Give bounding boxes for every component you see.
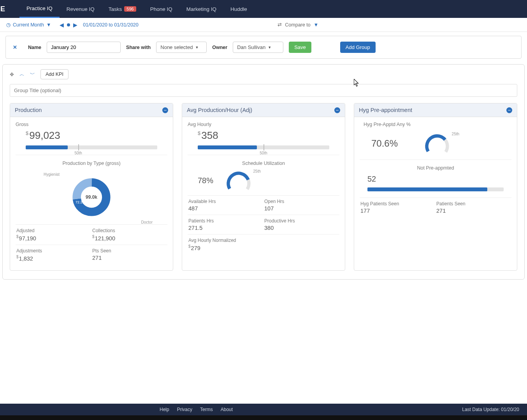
move-down-icon[interactable]: ﹀ (30, 71, 35, 78)
hyg-pct-value: 70.6% (371, 138, 398, 149)
share-dropdown[interactable]: None selected▼ (156, 42, 207, 53)
move-up-icon[interactable]: ︿ (19, 71, 25, 78)
tasks-badge: 596 (124, 6, 136, 12)
move-handle-icon[interactable]: ✥ (10, 72, 14, 77)
nav-phone-iq[interactable]: Phone IQ (143, 0, 179, 18)
hyg-gauge: 25th (423, 133, 451, 154)
group-title-input[interactable] (10, 84, 517, 97)
card-hyg-preappt: Hyg Pre-appointment− Hyg Pre-Apptd Any %… (354, 103, 517, 271)
gross-bar: 50th (26, 145, 157, 149)
nav-huddle[interactable]: Huddle (223, 0, 254, 18)
sched-util-value: 78% (198, 176, 213, 185)
add-group-button[interactable]: Add Group (340, 42, 376, 53)
scorecard-config: ✕ Name Share with None selected▼ Owner D… (6, 36, 521, 58)
nav-revenue-iq[interactable]: Revenue IQ (60, 0, 102, 18)
period-label[interactable]: Current Month (13, 22, 44, 28)
logo: E (0, 0, 5, 18)
hyg-pct-label: Hyg Pre-Apptd Any % (364, 122, 511, 127)
compare-to[interactable]: ⇄ Compare to ▼ (278, 22, 318, 28)
production-donut: 99.0k Hygienist Doctor 26.9k 72.2k (16, 170, 167, 224)
caret-down-icon: ▼ (268, 46, 271, 49)
date-bar: ◷ Current Month ▼ ◀ ▶ 01/01/2020 to 01/3… (0, 18, 527, 32)
remove-card-icon[interactable]: − (162, 107, 168, 113)
prod-by-type-label: Production by Type (gross) (16, 161, 167, 166)
card-production: Production− Gross $99,023 50th Productio… (10, 103, 173, 271)
name-label: Name (28, 45, 41, 50)
caret-down-icon: ▼ (195, 46, 199, 49)
owner-label: Owner (212, 45, 227, 50)
next-period-icon[interactable]: ▶ (73, 22, 77, 28)
sched-util-label: Schedule Utilization (188, 161, 339, 166)
card-title: Production (15, 107, 42, 113)
not-preappt-bar (367, 187, 504, 191)
avg-hourly-label: Avg Hourly (188, 122, 339, 127)
close-icon[interactable]: ✕ (13, 44, 17, 50)
owner-dropdown[interactable]: Dan Sullivan▼ (233, 42, 283, 53)
sched-util-gauge: 25th (225, 170, 252, 191)
gross-value: $99,023 (26, 130, 167, 142)
nav-marketing-iq[interactable]: Marketing IQ (179, 0, 223, 18)
compare-caret-icon: ▼ (314, 22, 318, 28)
save-button[interactable]: Save (289, 42, 311, 53)
not-preappt-value: 52 (367, 175, 511, 184)
nav-practice-iq[interactable]: Practice IQ (19, 0, 60, 18)
card-title: Hyg Pre-appointment (359, 107, 412, 113)
clock-icon: ◷ (6, 22, 11, 28)
name-input[interactable] (47, 42, 121, 53)
today-dot-icon[interactable] (67, 23, 70, 26)
card-title: Avg Production/Hour (Adj) (187, 107, 252, 113)
kpi-group: ✥ ︿ ﹀ Add KPI Production− Gross $99,023 … (2, 64, 525, 280)
swap-icon: ⇄ (278, 22, 282, 28)
remove-card-icon[interactable]: − (334, 107, 340, 113)
remove-card-icon[interactable]: − (506, 107, 512, 113)
hyg-stats: Hyg Patients Seen177 Patients Seen271 (360, 198, 511, 217)
share-label: Share with (126, 45, 151, 50)
card-avg-production: Avg Production/Hour (Adj)− Avg Hourly $3… (182, 103, 345, 271)
date-range: 01/01/2020 to 01/31/2020 (83, 22, 139, 28)
add-kpi-button[interactable]: Add KPI (40, 69, 69, 79)
not-preappt-label: Not Pre-appmted (360, 165, 511, 171)
avgprod-stats: Available Hrs487 Open Hrs107 Patients Hr… (188, 195, 339, 254)
top-nav: E Practice IQ Revenue IQ Tasks596 Phone … (0, 0, 527, 18)
avg-hourly-bar: 50th (198, 145, 329, 149)
gross-label: Gross (16, 122, 167, 127)
period-caret-icon[interactable]: ▼ (46, 22, 51, 28)
prev-period-icon[interactable]: ◀ (60, 22, 64, 28)
avg-hourly-value: $358 (198, 130, 339, 142)
production-stats: Adjusted$97,190 Collections$121,900 Adju… (16, 224, 167, 265)
nav-tasks[interactable]: Tasks596 (102, 0, 143, 18)
